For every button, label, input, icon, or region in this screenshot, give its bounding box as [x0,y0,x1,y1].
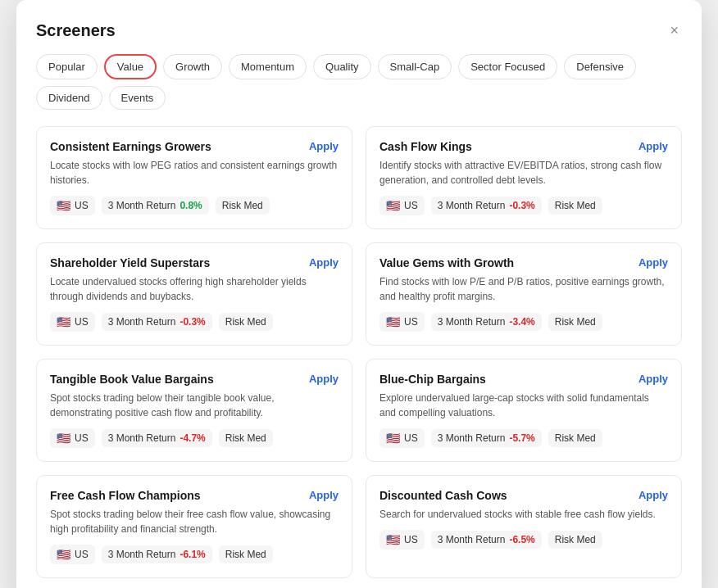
risk-badge: Risk Med [548,531,602,549]
tab-small-cap[interactable]: Small-Cap [378,54,452,79]
apply-button[interactable]: Apply [638,256,668,269]
flag-icon: 🇺🇸 [57,432,70,445]
card-description: Find stocks with low P/E and P/B ratios,… [379,274,668,304]
card-description: Explore undervalued large-cap stocks wit… [379,391,668,420]
risk-badge: Risk Med [216,197,270,215]
screener-card: Free Cash Flow Champions Apply Spot stoc… [36,475,352,578]
apply-button[interactable]: Apply [309,489,339,501]
risk-badge: Risk Med [219,545,273,563]
risk-label: Risk [225,316,248,328]
return-value: -4.7% [180,432,205,444]
risk-value: Med [576,534,595,545]
screener-card: Blue-Chip Bargains Apply Explore underva… [366,359,682,462]
card-description: Search for undervalued stocks with stabl… [379,507,668,522]
card-meta: 🇺🇸 US 3 Month Return -3.4% Risk Med [379,312,668,332]
card-description: Spot stocks trading below their free cas… [50,507,339,536]
tab-momentum[interactable]: Momentum [229,54,307,79]
return-label: 3 Month Return [108,200,176,211]
risk-label: Risk [555,432,577,444]
card-description: Locate stocks with low PEG ratios and co… [50,158,339,188]
return-value: -6.1% [180,549,205,560]
return-value: -0.3% [509,200,534,211]
tab-events[interactable]: Events [109,86,166,110]
risk-value: Med [247,316,266,328]
region-label: US [75,316,89,328]
return-badge: 3 Month Return -3.4% [431,313,542,331]
apply-button[interactable]: Apply [309,140,339,152]
card-title: Cash Flow Kings [379,140,472,153]
risk-badge: Risk Med [548,429,602,447]
risk-label: Risk [222,200,244,211]
return-label: 3 Month Return [438,432,506,444]
apply-button[interactable]: Apply [309,256,339,269]
card-title: Tangible Book Value Bargains [50,373,214,386]
card-header: Discounted Cash Cows Apply [379,489,668,502]
tab-value[interactable]: Value [104,54,157,79]
risk-value: Med [247,432,266,444]
risk-badge: Risk Med [548,197,602,215]
apply-button[interactable]: Apply [638,140,668,152]
tab-dividend[interactable]: Dividend [36,86,102,110]
flag-icon: 🇺🇸 [386,315,400,328]
region-badge: 🇺🇸 US [50,428,95,448]
close-button[interactable]: × [666,20,682,41]
screener-card: Cash Flow Kings Apply Identify stocks wi… [366,126,682,229]
apply-button[interactable]: Apply [638,489,668,501]
card-header: Consistent Earnings Growers Apply [50,140,339,153]
screener-card: Consistent Earnings Growers Apply Locate… [36,126,352,229]
risk-label: Risk [225,432,248,444]
card-meta: 🇺🇸 US 3 Month Return -6.5% Risk Med [379,530,668,550]
return-label: 3 Month Return [438,534,506,545]
card-meta: 🇺🇸 US 3 Month Return -6.1% Risk Med [50,545,339,564]
region-badge: 🇺🇸 US [379,312,425,332]
return-label: 3 Month Return [108,549,176,560]
return-badge: 3 Month Return -4.7% [102,429,212,447]
card-header: Tangible Book Value Bargains Apply [50,373,339,386]
risk-value: Med [247,549,266,560]
card-header: Blue-Chip Bargains Apply [379,373,668,386]
screeners-modal: Screeners × PopularValueGrowthMomentumQu… [16,0,702,588]
card-meta: 🇺🇸 US 3 Month Return 0.8% Risk Med [50,196,339,215]
tab-popular[interactable]: Popular [36,54,98,79]
screener-card: Discounted Cash Cows Apply Search for un… [366,475,682,578]
card-description: Identify stocks with attractive EV/EBITD… [379,158,668,188]
region-label: US [404,316,418,328]
region-label: US [404,534,418,545]
screener-card: Shareholder Yield Superstars Apply Locat… [36,242,352,346]
return-badge: 3 Month Return -0.3% [431,197,542,215]
flag-icon: 🇺🇸 [386,533,400,546]
return-label: 3 Month Return [438,316,506,328]
return-label: 3 Month Return [108,316,176,328]
return-badge: 3 Month Return -6.1% [102,545,212,563]
flag-icon: 🇺🇸 [386,432,400,445]
tab-sector-focused[interactable]: Sector Focused [458,54,557,79]
card-header: Shareholder Yield Superstars Apply [50,256,339,269]
risk-badge: Risk Med [548,313,602,331]
modal-header: Screeners × [36,20,682,41]
tab-defensive[interactable]: Defensive [564,54,636,79]
risk-label: Risk [225,549,248,560]
risk-value: Med [243,200,262,211]
return-value: -5.7% [509,432,534,444]
region-label: US [75,549,89,560]
apply-button[interactable]: Apply [309,373,339,385]
return-label: 3 Month Return [108,432,176,444]
risk-value: Med [576,432,595,444]
apply-button[interactable]: Apply [638,373,668,385]
tab-quality[interactable]: Quality [313,54,370,79]
card-meta: 🇺🇸 US 3 Month Return -0.3% Risk Med [379,196,668,215]
region-badge: 🇺🇸 US [379,530,425,550]
filter-tabs: PopularValueGrowthMomentumQualitySmall-C… [36,54,682,110]
risk-badge: Risk Med [219,313,273,331]
card-header: Cash Flow Kings Apply [379,140,668,153]
card-description: Spot stocks trading below their tangible… [50,391,339,420]
card-header: Free Cash Flow Champions Apply [50,489,339,502]
card-title: Consistent Earnings Growers [50,140,211,153]
modal-title: Screeners [36,21,116,40]
card-title: Free Cash Flow Champions [50,489,201,502]
card-meta: 🇺🇸 US 3 Month Return -4.7% Risk Med [50,428,339,448]
flag-icon: 🇺🇸 [57,199,70,212]
screener-card: Value Gems with Growth Apply Find stocks… [366,242,682,346]
card-title: Discounted Cash Cows [379,489,507,502]
tab-growth[interactable]: Growth [163,54,222,79]
